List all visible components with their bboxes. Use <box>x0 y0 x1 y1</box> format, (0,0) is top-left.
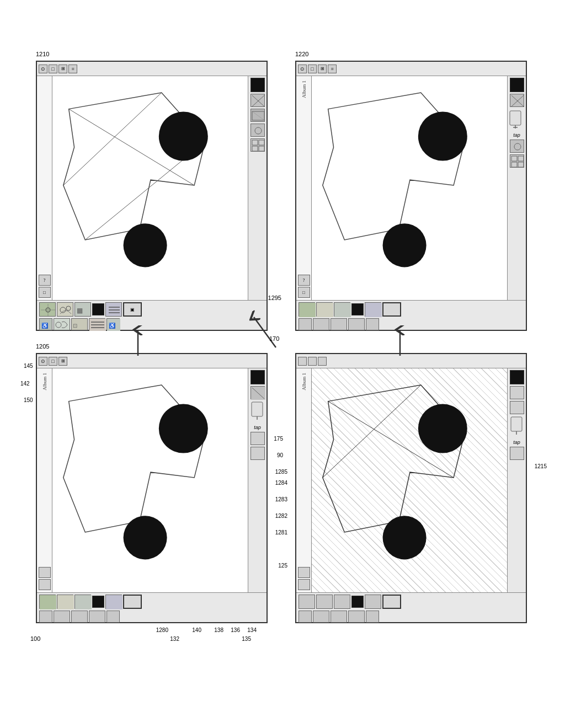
bicon-br-7[interactable] <box>331 611 347 623</box>
bicon-br-4[interactable] <box>365 595 381 609</box>
bicon-bl-9[interactable] <box>106 611 120 623</box>
left-bottom-icon-br-2[interactable] <box>298 579 310 590</box>
tap-indicator-tr <box>510 109 524 131</box>
toolbar-icon-bl-3[interactable]: ⊞ <box>58 357 67 366</box>
bicon-tr-9[interactable] <box>366 318 379 330</box>
svg-point-79 <box>383 516 427 559</box>
toolbar-icon-view-tr[interactable]: □ <box>308 65 317 73</box>
bottom-icon-2[interactable] <box>57 302 73 317</box>
left-bottom-icon-tr-2[interactable]: □ <box>298 287 310 298</box>
toolbar-icon-bl-2[interactable]: □ <box>49 357 57 366</box>
bottom-toolbar-br <box>296 592 526 622</box>
bicon-bl-4[interactable] <box>105 595 122 609</box>
bicon-br-6[interactable] <box>313 611 329 623</box>
tap-indicator-br <box>510 416 524 438</box>
right-icon-3[interactable] <box>250 124 265 137</box>
label-175: 175 <box>274 436 283 442</box>
right-icon-2[interactable] <box>250 109 265 122</box>
bicon-br-9[interactable] <box>366 611 379 623</box>
bottom-icon-6[interactable] <box>54 318 70 330</box>
right-icon-black-dot-bl[interactable] <box>250 370 265 384</box>
toolbar-icon-br-1[interactable] <box>298 357 307 366</box>
toolbar-icon-br-2[interactable] <box>308 357 317 366</box>
left-bottom-icon-br-1[interactable] <box>298 567 310 578</box>
bicon-tr-2[interactable] <box>316 302 333 317</box>
bottom-icon-dot[interactable] <box>92 303 104 315</box>
svg-line-77 <box>323 385 421 478</box>
svg-text:♿: ♿ <box>41 322 49 329</box>
right-icon-br-2[interactable] <box>510 401 524 414</box>
album-label-tr: Album 1 <box>301 81 307 98</box>
bottom-icon-1[interactable] <box>39 302 56 317</box>
left-bottom-icon-2[interactable]: □ <box>39 287 51 298</box>
bicon-bl-dot[interactable] <box>92 596 104 608</box>
bicon-bl-8[interactable] <box>89 611 105 623</box>
label-1280: 1280 <box>156 627 168 633</box>
toolbar-icon-gear[interactable]: ⊙ <box>39 65 47 73</box>
right-icon-black-dot[interactable] <box>250 78 265 92</box>
toolbar-icon-br-3[interactable] <box>318 357 327 366</box>
right-icon-bl-1[interactable] <box>250 386 265 399</box>
bicon-tr-selected[interactable] <box>382 302 401 317</box>
toolbar-icon-grid-tr[interactable]: ⊞ <box>318 65 327 73</box>
bicon-bl-1[interactable] <box>39 595 56 609</box>
bicon-br-1[interactable] <box>299 595 315 609</box>
right-icon-black-dot-tr[interactable] <box>510 78 524 92</box>
left-bottom-icon-tr-1[interactable]: ? <box>298 275 310 286</box>
toolbar-icon-bl-1[interactable]: ⊙ <box>39 357 47 366</box>
bicon-tr-6[interactable] <box>313 318 329 330</box>
right-icon-1[interactable] <box>250 94 265 107</box>
bottom-icon-5[interactable]: ♿ <box>39 318 52 330</box>
bottom-icon-selected[interactable]: ▣ <box>123 302 142 317</box>
bicon-bl-7[interactable] <box>71 611 88 623</box>
svg-text:♿: ♿ <box>109 322 116 329</box>
bicon-br-2[interactable] <box>316 595 333 609</box>
toolbar-icon-menu-tr[interactable]: ≡ <box>328 65 337 73</box>
bicon-br-8[interactable] <box>348 611 365 623</box>
panel-top-right: ⊙ □ ⊞ ≡ tap <box>295 61 527 331</box>
bottom-icon-3[interactable]: ▦ <box>74 302 91 317</box>
toolbar-icon-view[interactable]: □ <box>49 65 57 73</box>
toolbar-icon-grid[interactable]: ⊞ <box>58 65 67 73</box>
bicon-tr-1[interactable] <box>299 302 315 317</box>
bicon-tr-3[interactable] <box>334 302 350 317</box>
right-icon-bl-2[interactable] <box>250 432 265 445</box>
left-bottom-icon-bl-1[interactable] <box>39 567 51 578</box>
bicon-tr-5[interactable] <box>299 318 312 330</box>
bottom-icon-7[interactable]: ⊡ <box>71 318 88 330</box>
canvas-svg-bl <box>52 368 248 592</box>
svg-rect-60 <box>334 303 351 317</box>
bicon-br-selected[interactable] <box>382 595 401 609</box>
bicon-tr-4[interactable] <box>365 302 381 317</box>
toolbar-icon-menu[interactable]: ≡ <box>68 65 77 73</box>
bottom-icon-8[interactable] <box>89 318 105 330</box>
bicon-tr-8[interactable] <box>348 318 365 330</box>
bicon-br-3[interactable] <box>334 595 350 609</box>
bicon-bl-3[interactable] <box>74 595 91 609</box>
bottom-icon-9[interactable]: ♿ <box>106 318 120 330</box>
top-toolbar-tl: ⊙ □ ⊞ ≡ <box>37 62 266 76</box>
bicon-bl-5[interactable] <box>39 611 52 623</box>
bicon-br-5[interactable] <box>299 611 312 623</box>
right-icon-tr-2[interactable] <box>510 140 524 153</box>
bottom-icon-4[interactable] <box>105 302 122 317</box>
svg-rect-54 <box>518 162 524 167</box>
toolbar-icon-gear-tr[interactable]: ⊙ <box>298 65 307 73</box>
bicon-bl-2[interactable] <box>57 595 73 609</box>
right-icon-bl-3[interactable] <box>250 447 265 460</box>
right-icon-br-3[interactable] <box>510 447 524 460</box>
right-icon-tr-1[interactable] <box>510 94 524 107</box>
bicon-bl-6[interactable] <box>54 611 70 623</box>
label-1210: 1210 <box>36 51 49 57</box>
right-icon-black-dot-br[interactable] <box>510 370 524 384</box>
left-bottom-icon-bl-2[interactable] <box>39 579 51 590</box>
bicon-tr-7[interactable] <box>331 318 347 330</box>
right-icon-4[interactable] <box>250 138 265 152</box>
bicon-bl-selected[interactable] <box>123 595 142 609</box>
bicon-br-dot[interactable] <box>351 596 364 608</box>
left-bottom-icon-1[interactable]: ? <box>39 275 51 286</box>
bicon-tr-dot[interactable] <box>351 303 364 315</box>
left-sidebar-bl: Album 1 <box>37 368 52 592</box>
right-icon-tr-3[interactable] <box>510 154 524 168</box>
right-icon-br-1[interactable] <box>510 386 524 399</box>
